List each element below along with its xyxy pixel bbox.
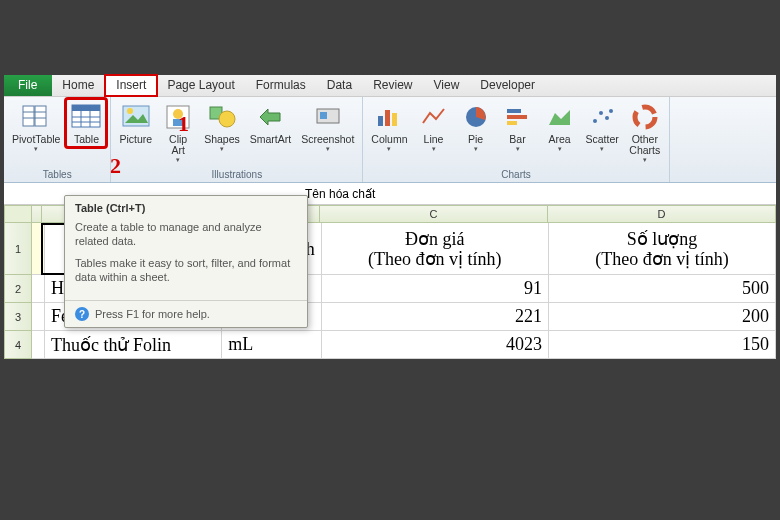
ribbon: PivotTable▾ Table Tables Picture	[4, 97, 776, 183]
pie-chart-button[interactable]: Pie▾	[456, 99, 496, 155]
line-chart-icon	[418, 101, 450, 133]
row-header-1[interactable]: 1	[4, 223, 32, 275]
tab-page-layout[interactable]: Page Layout	[157, 75, 245, 96]
table-icon	[70, 101, 102, 133]
svg-point-13	[173, 109, 183, 119]
select-all-corner[interactable]	[4, 205, 32, 223]
svg-rect-0	[23, 106, 34, 126]
tab-home[interactable]: Home	[52, 75, 105, 96]
excel-window: File Home Insert Page Layout Formulas Da…	[4, 75, 776, 359]
svg-point-29	[609, 109, 613, 113]
svg-point-27	[599, 111, 603, 115]
table-button[interactable]: Table	[66, 99, 106, 147]
other-charts-icon	[629, 101, 661, 133]
svg-point-26	[593, 119, 597, 123]
svg-rect-14	[173, 119, 183, 126]
svg-point-16	[219, 111, 235, 127]
bar-chart-icon	[502, 101, 534, 133]
svg-rect-25	[507, 121, 517, 125]
svg-rect-1	[35, 106, 46, 126]
group-charts: Column▾ Line▾ Pie▾ Bar▾ Area▾	[363, 97, 669, 182]
smartart-button[interactable]: SmartArt	[246, 99, 295, 147]
tab-formulas[interactable]: Formulas	[246, 75, 317, 96]
screenshot-icon	[312, 101, 344, 133]
svg-rect-21	[392, 113, 397, 126]
line-chart-button[interactable]: Line▾	[414, 99, 454, 155]
other-charts-button[interactable]: Other Charts▾	[625, 99, 665, 166]
svg-rect-18	[320, 112, 327, 119]
screenshot-button[interactable]: Screenshot▾	[297, 99, 358, 155]
tab-review[interactable]: Review	[363, 75, 423, 96]
col-header-D[interactable]: D	[548, 205, 776, 223]
tab-view[interactable]: View	[424, 75, 471, 96]
pie-chart-icon	[460, 101, 492, 133]
tab-insert[interactable]: Insert	[105, 75, 157, 96]
tab-file[interactable]: File	[4, 75, 52, 96]
pivot-table-button[interactable]: PivotTable▾	[8, 99, 64, 155]
column-chart-icon	[373, 101, 405, 133]
table-row: 4 Thuốc thử Folin mL 4023 150	[4, 331, 776, 359]
scatter-chart-button[interactable]: Scatter▾	[582, 99, 623, 155]
svg-rect-23	[507, 109, 521, 113]
svg-rect-20	[385, 110, 390, 126]
shapes-icon	[206, 101, 238, 133]
bar-chart-button[interactable]: Bar▾	[498, 99, 538, 155]
ribbon-tabs: File Home Insert Page Layout Formulas Da…	[4, 75, 776, 97]
pivot-table-icon	[20, 101, 52, 133]
area-chart-icon	[544, 101, 576, 133]
smartart-icon	[254, 101, 286, 133]
svg-point-11	[127, 108, 133, 114]
formula-bar-value: Tên hóa chất	[299, 187, 375, 201]
table-tooltip: Table (Ctrl+T) Create a table to manage …	[64, 195, 308, 328]
picture-icon	[120, 101, 152, 133]
group-tables: PivotTable▾ Table Tables	[4, 97, 111, 182]
svg-rect-24	[507, 115, 527, 119]
tab-developer[interactable]: Developer	[470, 75, 546, 96]
svg-point-30	[635, 107, 655, 127]
clipart-icon	[162, 101, 194, 133]
help-icon: ?	[75, 307, 89, 321]
tooltip-title: Table (Ctrl+T)	[65, 196, 307, 218]
group-illustrations: Picture Clip Art▾ Shapes▾	[111, 97, 363, 182]
picture-button[interactable]: Picture	[115, 99, 156, 147]
scatter-chart-icon	[586, 101, 618, 133]
clipart-button[interactable]: Clip Art▾	[158, 99, 198, 166]
tab-data[interactable]: Data	[317, 75, 363, 96]
col-header-C[interactable]: C	[320, 205, 548, 223]
svg-rect-19	[378, 116, 383, 126]
svg-point-28	[605, 116, 609, 120]
area-chart-button[interactable]: Area▾	[540, 99, 580, 155]
svg-rect-5	[72, 105, 100, 111]
shapes-button[interactable]: Shapes▾	[200, 99, 244, 155]
column-chart-button[interactable]: Column▾	[367, 99, 411, 155]
